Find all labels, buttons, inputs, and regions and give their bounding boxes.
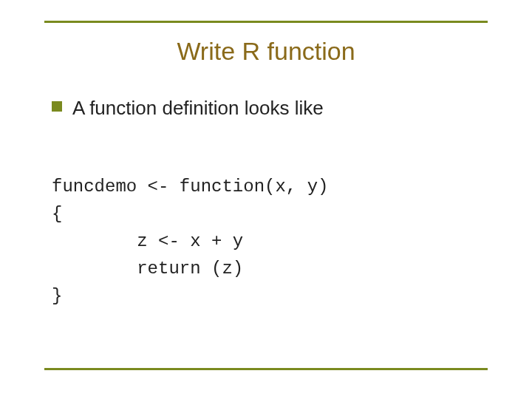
code-line: } (52, 286, 62, 306)
code-line: { (52, 204, 62, 224)
slide: Write R function A function definition l… (0, 0, 532, 399)
bullet-item: A function definition looks like (52, 96, 488, 120)
top-rule (44, 21, 488, 23)
code-line: z <- x + y (52, 231, 243, 251)
slide-title: Write R function (0, 37, 532, 66)
code-line: return (z) (52, 259, 243, 279)
code-block: funcdemo <- function(x, y) { z <- x + y … (52, 146, 488, 338)
bullet-text: A function definition looks like (72, 96, 324, 120)
square-bullet-icon (52, 101, 62, 112)
bottom-rule (44, 368, 488, 370)
code-line: funcdemo <- function(x, y) (52, 177, 328, 197)
slide-content: A function definition looks like funcdem… (52, 96, 488, 338)
